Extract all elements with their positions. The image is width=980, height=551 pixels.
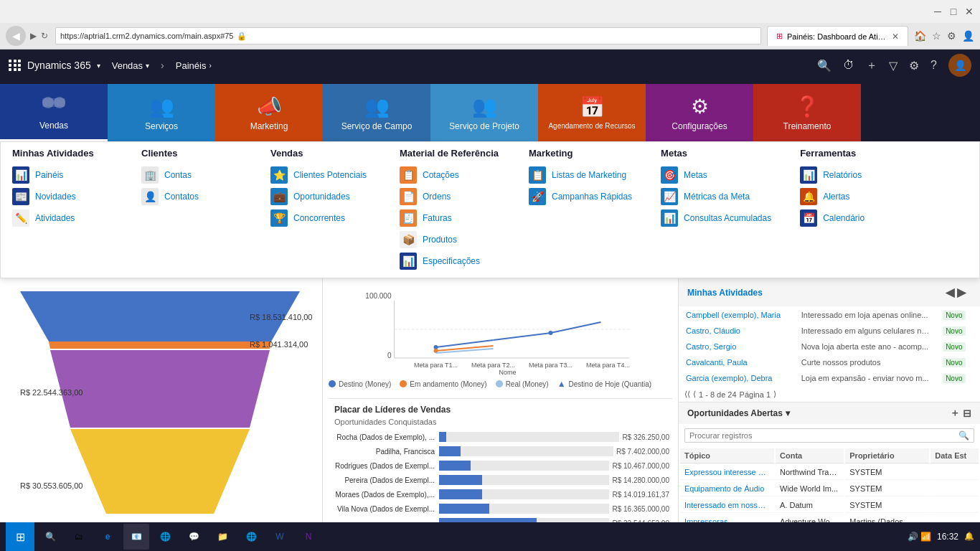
- pagination-prev-icon[interactable]: ⟨⟨: [684, 390, 690, 399]
- menu-contatos[interactable]: 👤 Contatos: [141, 186, 242, 207]
- opp-search-box[interactable]: 🔍: [684, 428, 974, 443]
- notification-icon[interactable]: 🔔: [964, 532, 974, 541]
- taskbar-teams-icon[interactable]: 💬: [181, 524, 207, 550]
- module-projeto[interactable]: 👥 Serviço de Projeto: [430, 84, 538, 141]
- browser-settings-icon[interactable]: ⚙: [947, 30, 956, 42]
- nav-vendas[interactable]: Vendas ▾: [106, 57, 155, 74]
- taskbar-edge-icon[interactable]: e: [95, 524, 121, 550]
- pagination-next-btn[interactable]: ⟩: [773, 390, 776, 399]
- taskbar-search-icon[interactable]: 🔍: [37, 524, 63, 550]
- menu-campanhas[interactable]: 🚀 Campanhas Rápidas: [529, 186, 632, 207]
- bar-track: [439, 446, 613, 456]
- menu-listas-marketing[interactable]: 📋 Listas de Marketing: [529, 164, 632, 186]
- menu-produtos[interactable]: 📦 Produtos: [400, 229, 500, 250]
- filter-icon[interactable]: ▽: [889, 59, 897, 72]
- opp-topic[interactable]: Equipamento de Áudio: [680, 481, 774, 496]
- opp-topic[interactable]: Interessado em nossas novas ofertas: [680, 498, 774, 513]
- refresh-opp-btn[interactable]: ⊟: [963, 408, 971, 419]
- add-opp-btn[interactable]: ＋: [950, 407, 960, 420]
- nav-paineis[interactable]: Painéis ›: [170, 57, 217, 74]
- module-marketing[interactable]: 📣 Marketing: [215, 84, 323, 141]
- module-config[interactable]: ⚙ Configurações: [646, 84, 753, 141]
- taskbar-word-icon[interactable]: W: [267, 524, 293, 550]
- app-name[interactable]: Dynamics 365 ▾: [27, 60, 100, 71]
- svg-text:R$ 18.531.410,00: R$ 18.531.410,00: [250, 313, 312, 321]
- menu-especificacoes[interactable]: 📊 Especificações: [400, 250, 500, 272]
- settings-icon[interactable]: ⚙: [909, 59, 919, 72]
- bar-label: Rocha (Dados de Exemplo), ...: [331, 433, 439, 441]
- menu-metricas[interactable]: 📈 Métricas da Meta: [661, 186, 771, 207]
- browser-star-icon[interactable]: ☆: [932, 30, 941, 42]
- maximize-btn[interactable]: □: [948, 6, 958, 17]
- menu-concorrentes[interactable]: 🏆 Concorrentes: [270, 207, 371, 229]
- tab-close-btn[interactable]: ✕: [892, 32, 899, 42]
- config-icon: ⚙: [691, 95, 709, 118]
- start-button[interactable]: ⊞: [6, 522, 34, 551]
- opp-topic[interactable]: Expressou interesse na linha X de impres…: [680, 465, 774, 480]
- user-avatar[interactable]: 👤: [948, 54, 971, 77]
- menu-consultas[interactable]: 📊 Consultas Acumuladas: [661, 207, 771, 229]
- menu-novidades[interactable]: 📰 Novidades: [12, 186, 113, 207]
- taskbar-outlook-icon[interactable]: 📧: [123, 524, 149, 550]
- browser-profile-icon[interactable]: 👤: [962, 30, 974, 42]
- menu-relatorios[interactable]: 📊 Relatórios: [800, 164, 900, 186]
- menu-oportunidades[interactable]: 💼 Oportunidades: [270, 186, 371, 207]
- help-icon[interactable]: ?: [930, 59, 937, 72]
- module-vendas[interactable]: Vendas: [0, 84, 108, 141]
- search-icon[interactable]: 🔍: [817, 59, 831, 72]
- activity-name[interactable]: Castro, Sergio: [680, 339, 794, 354]
- opp-row: Expressou interesse na linha X de impres…: [680, 465, 979, 480]
- module-treinamento[interactable]: ❓ Treinamento: [753, 84, 861, 141]
- menu-metas-item[interactable]: 🎯 Metas: [661, 164, 771, 186]
- svg-text:Meta para T4...: Meta para T4...: [586, 362, 630, 369]
- module-campo[interactable]: 👥 Serviço de Campo: [323, 84, 430, 141]
- back-button[interactable]: ◀: [6, 26, 26, 46]
- taskbar-task-view-icon[interactable]: 🗂: [66, 524, 92, 550]
- menu-paineis[interactable]: 📊 Painéis: [12, 164, 113, 186]
- activity-name[interactable]: Cavalcanti, Paula: [680, 355, 794, 369]
- menu-clientes-potenciais[interactable]: ⭐ Clientes Potenciais: [270, 164, 371, 186]
- activities-header: Minhas Atividades ◀ ▶: [679, 278, 980, 306]
- activity-name[interactable]: Castro, Cláudio: [680, 324, 794, 338]
- activities-next-btn[interactable]: ▶: [957, 286, 966, 299]
- forward-button[interactable]: ▶: [29, 29, 38, 42]
- bar-value: R$ 14.019.161,37: [609, 491, 669, 499]
- contatos-icon: 👤: [141, 188, 159, 205]
- sales-bar-item: Pereira (Dados de Exempl... R$ 14.280.00…: [331, 475, 669, 485]
- browser-tab[interactable]: ⊞ Painéis: Dashboard de Ativi... ✕: [767, 26, 908, 46]
- activity-name[interactable]: Garcia (exemplo), Debra: [680, 371, 794, 385]
- address-bar[interactable]: https://aptrial1.crm2.dynamics.com/main.…: [55, 27, 761, 44]
- menu-cotacoes[interactable]: 📋 Cotações: [400, 164, 500, 186]
- open-opps-chevron[interactable]: ▾: [786, 408, 790, 418]
- menu-alertas[interactable]: 🔔 Alertas: [800, 186, 900, 207]
- pagination-prev-btn[interactable]: ⟨: [693, 390, 696, 399]
- taskbar-chrome-icon[interactable]: 🌐: [238, 524, 264, 550]
- taskbar-onenote-icon[interactable]: N: [296, 524, 321, 550]
- browser-home-icon[interactable]: 🏠: [914, 30, 926, 42]
- activity-name[interactable]: Campbell (exemplo), Maria: [680, 308, 794, 322]
- waffle-menu[interactable]: [9, 60, 22, 71]
- history-icon[interactable]: ⏱: [843, 59, 854, 72]
- module-servicos[interactable]: 👥 Serviços: [108, 84, 215, 141]
- minimize-btn[interactable]: ─: [933, 6, 943, 17]
- activities-prev-btn[interactable]: ◀: [946, 286, 954, 299]
- menu-ordens[interactable]: 📄 Ordens: [400, 186, 500, 207]
- sales-bar-item: Vila Nova (Dados de Exempl... R$ 16.365.…: [331, 504, 669, 514]
- new-record-icon[interactable]: ＋: [866, 58, 877, 73]
- col-topico: Tópico: [680, 448, 774, 463]
- taskbar-ie-icon[interactable]: 🌐: [152, 524, 178, 550]
- vendas-icon: [41, 93, 67, 118]
- close-btn[interactable]: ✕: [964, 6, 974, 17]
- opp-proprietario: SYSTEM: [845, 498, 929, 513]
- relatorios-icon: 📊: [800, 166, 817, 184]
- opp-conta: Wide World Im...: [776, 481, 844, 496]
- app-header: Dynamics 365 ▾ Vendas ▾ › Painéis › 🔍 ⏱ …: [0, 50, 980, 81]
- opp-search-input[interactable]: [689, 431, 958, 440]
- refresh-button[interactable]: ↻: [39, 29, 50, 42]
- menu-faturas[interactable]: 🧾 Faturas: [400, 207, 500, 229]
- taskbar-explorer-icon[interactable]: 📁: [209, 524, 235, 550]
- module-agendamento[interactable]: 📅 Agendamento de Recursos: [538, 84, 646, 141]
- menu-atividades[interactable]: ✏️ Atividades: [12, 207, 113, 229]
- menu-calendario[interactable]: 📅 Calendário: [800, 207, 900, 229]
- menu-contas[interactable]: 🏢 Contas: [141, 164, 242, 186]
